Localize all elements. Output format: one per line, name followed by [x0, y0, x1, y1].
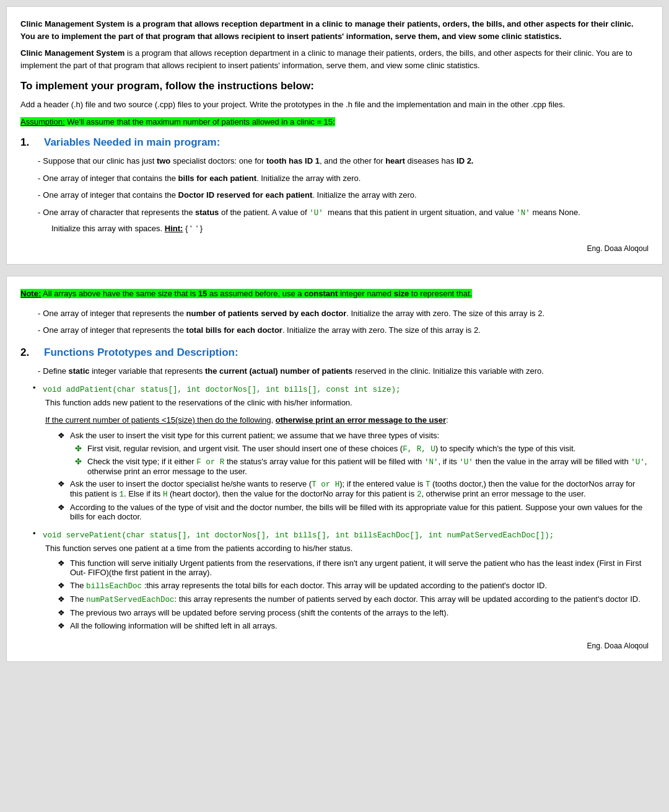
func1-if-text: If the current number of patients <15(si… [45, 414, 649, 426]
u-fill2-code: 'U' [631, 458, 645, 467]
func2-d2-text: The billsEachDoc :this array represents … [70, 581, 547, 591]
note-underline: Note: [20, 289, 41, 298]
func2-d3-text: The numPatServedEachDoc: this array repr… [70, 594, 641, 604]
var4-text: One array of character that represents t… [43, 206, 580, 219]
var-item-1: - Suppose that our clinic has just two s… [20, 155, 649, 167]
page2-footer: Eng. Doaa Aloqoul [20, 642, 649, 650]
func2-desc-block: This function serves one patient at a ti… [33, 542, 649, 630]
two-bold: two [157, 156, 170, 165]
variables-list: - Suppose that our clinic has just two s… [20, 155, 649, 219]
func2-d4-text: The previous two arrays will be updated … [70, 608, 448, 617]
func2-desc: This function serves one patient at a ti… [45, 542, 649, 555]
fru-code: F, R, U [403, 445, 435, 454]
note-text: Note: All arrays above have the same siz… [20, 288, 649, 300]
constant-bold: constant [304, 289, 338, 298]
var-item-4: - One array of character that represents… [20, 206, 649, 219]
tooth-bold: tooth has ID 1 [266, 156, 320, 165]
u-code: 'U' [309, 209, 323, 218]
func1-d1-text: Ask the user to insert the visit type fo… [70, 431, 439, 440]
hint-value: { ' ' } [185, 224, 203, 233]
numpatserved-code: numPatServedEachDoc [86, 596, 175, 604]
main-heading: To implement your program, follow the in… [20, 80, 649, 92]
func2-d1-text: This function will serve initially Urgen… [70, 558, 649, 577]
func1-otherwise-bold: otherwise print an error message to the … [276, 415, 446, 425]
clinic-mgmt-bold: Clinic Management System is a program th… [20, 19, 634, 41]
page-1: Clinic Management System is a program th… [6, 6, 663, 265]
static-bold: static [69, 366, 90, 376]
totalbills-bold: total bills for each doctor [186, 325, 282, 335]
hint-bold: Hint: [165, 224, 183, 233]
note-item-2: - One array of integer that represents t… [20, 324, 649, 337]
dot1: • [33, 383, 43, 392]
diamond-sym-3: ❖ [58, 503, 70, 512]
assumption-highlight: Assumption: We'll assume that the maximu… [20, 117, 335, 126]
func1-a1-text: First visit, regular revision, and urgen… [87, 444, 575, 454]
diamond-sym-1: ❖ [58, 431, 70, 440]
note-bullets: - One array of integer that represents t… [20, 307, 649, 337]
section1-num: 1. [20, 136, 34, 149]
func2-bullet-row: • void servePatient(char status[], int d… [33, 529, 649, 542]
diamond-sym-2: ❖ [58, 479, 70, 488]
h-code: H [163, 490, 168, 499]
func1-d1: ❖ Ask the user to insert the visit type … [58, 431, 649, 440]
note-bold: Note: [20, 289, 41, 298]
note-15: 15 [198, 289, 207, 298]
var3-text: One array of integer that contains the D… [43, 189, 416, 201]
func2-d5: ❖ All the following information will be … [58, 621, 649, 630]
fr-code: F or R [196, 458, 224, 467]
func2-d2: ❖ The billsEachDoc :this array represent… [58, 581, 649, 591]
func1-if-underline: If the current number of patients <15(si… [45, 415, 273, 425]
size-bold: size [394, 289, 409, 298]
func1-a1: ✤ First visit, regular revision, and urg… [75, 444, 649, 454]
func1-signature: void addPatient(char status[], int docto… [43, 386, 401, 394]
func2-signature: void servePatient(char status[], int doc… [43, 531, 554, 540]
dash-1: - [20, 155, 43, 167]
dash-s1: - [20, 365, 43, 377]
var2-text: One array of integer that contains the b… [43, 172, 361, 185]
arrow-sym-2: ✤ [75, 457, 87, 466]
func1-d3-text: According to the values of the type of v… [70, 503, 649, 521]
func1-desc: This function adds new patient to the re… [45, 397, 649, 409]
func2-block: • void servePatient(char status[], int d… [20, 529, 649, 630]
define-static-text: Define static integer variable that repr… [43, 365, 544, 377]
funcs-list: - Define static integer variable that re… [20, 365, 649, 377]
func2-d4: ❖ The previous two arrays will be update… [58, 608, 649, 617]
func2-diamonds: ❖ This function will serve initially Urg… [45, 558, 649, 630]
diamond2-sym-1: ❖ [58, 558, 70, 568]
page1-footer: Eng. Doaa Aloqoul [20, 244, 649, 253]
cms-bold: Clinic Management System [20, 48, 125, 58]
func1-block: • void addPatient(char status[], int doc… [20, 383, 649, 521]
one-code: 1 [120, 490, 125, 499]
diamond2-sym-3: ❖ [58, 594, 70, 604]
intro-text: Clinic Management System is a program th… [20, 18, 649, 42]
section2-title: Functions Prototypes and Description: [44, 346, 238, 359]
section1-heading: 1. Variables Needed in main program: [20, 136, 649, 149]
func1-a2: ✤ Check the visit type; if it either F o… [75, 457, 649, 476]
assumption-underline: Assumption: [20, 117, 65, 126]
note1-text: One array of integer that represents the… [43, 307, 544, 320]
served-bold: number of patients served by each doctor [186, 309, 347, 318]
n-code: 'N' [516, 209, 530, 218]
func1-a2-text: Check the visit type; if it either F or … [87, 457, 649, 476]
dash-4: - [20, 206, 43, 219]
func1-diamonds: ❖ Ask the user to insert the visit type … [45, 431, 649, 521]
two-code: 2 [417, 490, 422, 499]
diamond2-sym-5: ❖ [58, 621, 70, 630]
page-2: Note: All arrays above have the same siz… [6, 276, 663, 662]
func1-bullet-row: • void addPatient(char status[], int doc… [33, 383, 649, 397]
section2-num: 2. [20, 346, 34, 359]
func1-d2-text: Ask the user to insert the doctor specia… [70, 479, 649, 499]
bills-bold: bills for each patient [178, 174, 256, 183]
func1-d3: ❖ According to the values of the type of… [58, 503, 649, 521]
arrow-sym-1: ✤ [75, 444, 87, 453]
section2-heading: 2. Functions Prototypes and Description: [20, 346, 649, 359]
assumption-text: Assumption: We'll assume that the maximu… [20, 116, 649, 128]
doctorid-bold: Doctor ID reserved for each patient [178, 190, 313, 200]
dash-2: - [20, 172, 43, 185]
hint-line: Initialize this array with spaces. Hint:… [20, 224, 649, 233]
torh-code: T or H [312, 480, 339, 489]
note-item-1: - One array of integer that represents t… [20, 307, 649, 320]
diamond2-sym-4: ❖ [58, 608, 70, 617]
func1-d2: ❖ Ask the user to insert the doctor spec… [58, 479, 649, 499]
heart-bold: heart [385, 156, 405, 165]
